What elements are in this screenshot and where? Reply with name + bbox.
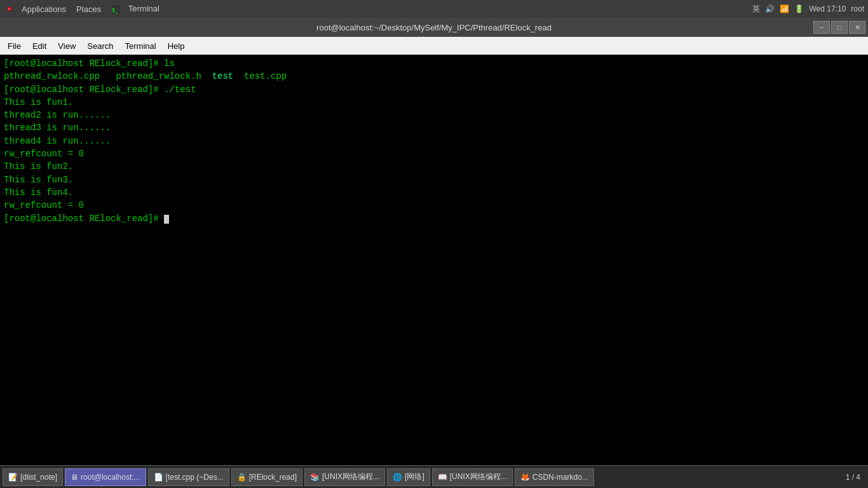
app-icon: A bbox=[4, 3, 15, 15]
terminal-line: thread3 is run...... bbox=[4, 121, 864, 134]
terminal-app-label[interactable]: $_ Terminal bbox=[107, 4, 167, 14]
taskbar-item-network[interactable]: 🌐 [网络] bbox=[387, 468, 430, 486]
taskbar-label: [test.cpp (~Des... bbox=[166, 473, 224, 482]
close-button[interactable]: ✕ bbox=[849, 21, 865, 34]
taskbar-label: CSDN-markdo... bbox=[532, 473, 588, 482]
audio-icon[interactable]: 🔊 bbox=[765, 4, 775, 13]
battery-icon[interactable]: 🔋 bbox=[794, 4, 804, 13]
network-icon[interactable]: 📶 bbox=[780, 4, 789, 13]
taskbar-item-unix1[interactable]: 📚 [UNIX网络编程... bbox=[304, 468, 385, 486]
terminal-line: rw_refcount = 0 bbox=[4, 199, 864, 212]
taskbar-label: [RElock_read] bbox=[249, 473, 297, 482]
taskbar-label: [UNIX网络编程... bbox=[322, 471, 379, 482]
terminal-prompt-line: [root@localhost RElock_read]# bbox=[4, 212, 864, 225]
taskbar-label: [UNIX网络编程... bbox=[450, 471, 507, 482]
system-topbar: A Applications Places $_ Terminal 英 🔊 📶 … bbox=[0, 0, 868, 18]
taskbar-label: [网络] bbox=[405, 471, 424, 482]
datetime-display: Wed 17:10 bbox=[809, 4, 846, 13]
taskbar-icon: 🦊 bbox=[520, 473, 530, 482]
terminal-line: thread4 is run...... bbox=[4, 135, 864, 147]
taskbar-label: [dlist_note] bbox=[20, 473, 57, 482]
taskbar: 📝 [dlist_note] 🖥 root@localhost:... 📄 [t… bbox=[0, 465, 868, 488]
menu-view[interactable]: View bbox=[53, 40, 81, 52]
user-label: root bbox=[851, 4, 864, 13]
terminal-line: This is fun1. bbox=[4, 96, 864, 109]
taskbar-item-terminal[interactable]: 🖥 root@localhost:... bbox=[65, 468, 146, 486]
taskbar-icon: 🖥 bbox=[71, 473, 78, 482]
taskbar-icon: 📚 bbox=[310, 473, 320, 482]
minimize-button[interactable]: − bbox=[813, 21, 830, 34]
taskbar-item-relock[interactable]: 🔒 [RElock_read] bbox=[231, 468, 302, 486]
maximize-button[interactable]: □ bbox=[831, 21, 848, 34]
menu-edit[interactable]: Edit bbox=[27, 40, 51, 52]
taskbar-icon: 🔒 bbox=[237, 473, 247, 482]
menu-help[interactable]: Help bbox=[163, 40, 190, 52]
language-indicator: 英 bbox=[752, 4, 760, 15]
page-indicator: 1 / 4 bbox=[841, 473, 865, 482]
terminal-line: This is fun4. bbox=[4, 186, 864, 199]
places-menu[interactable]: Places bbox=[72, 4, 105, 14]
taskbar-icon: 📄 bbox=[154, 473, 163, 482]
window-title: root@localhost:~/Desktop/MySelf/My_IPC/P… bbox=[316, 23, 552, 32]
terminal-window: root@localhost:~/Desktop/MySelf/My_IPC/P… bbox=[0, 18, 868, 475]
taskbar-item-unix2[interactable]: 📖 [UNIX网络编程... bbox=[432, 468, 513, 486]
menu-bar: File Edit View Search Terminal Help bbox=[0, 37, 868, 55]
terminal-line: pthread_rwlock.cpp pthread_rwlock.h test… bbox=[4, 70, 864, 83]
terminal-line: This is fun2. bbox=[4, 160, 864, 173]
taskbar-icon: 🌐 bbox=[393, 473, 402, 482]
taskbar-label: root@localhost:... bbox=[81, 473, 140, 482]
terminal-line: thread2 is run...... bbox=[4, 109, 864, 121]
svg-text:A: A bbox=[8, 8, 10, 11]
menu-file[interactable]: File bbox=[3, 40, 26, 52]
taskbar-icon: 📝 bbox=[8, 473, 18, 482]
svg-text:$_: $_ bbox=[112, 7, 119, 13]
taskbar-item-testcpp[interactable]: 📄 [test.cpp (~Des... bbox=[148, 468, 229, 486]
taskbar-icon: 📖 bbox=[438, 473, 447, 482]
terminal-line: [root@localhost RElock_read]# ./test bbox=[4, 83, 864, 96]
menu-search[interactable]: Search bbox=[82, 40, 118, 52]
terminal-line: This is fun3. bbox=[4, 173, 864, 186]
taskbar-item-dlist[interactable]: 📝 [dlist_note] bbox=[3, 468, 63, 486]
terminal-line: [root@localhost RElock_read]# ls bbox=[4, 57, 864, 70]
taskbar-item-csdn[interactable]: 🦊 CSDN-markdo... bbox=[515, 468, 594, 486]
menu-terminal[interactable]: Terminal bbox=[120, 40, 161, 52]
terminal-output[interactable]: [root@localhost RElock_read]# ls pthread… bbox=[0, 55, 868, 475]
applications-menu[interactable]: Applications bbox=[18, 4, 70, 14]
title-bar: root@localhost:~/Desktop/MySelf/My_IPC/P… bbox=[0, 18, 868, 37]
terminal-line: rw_refcount = 0 bbox=[4, 147, 864, 160]
